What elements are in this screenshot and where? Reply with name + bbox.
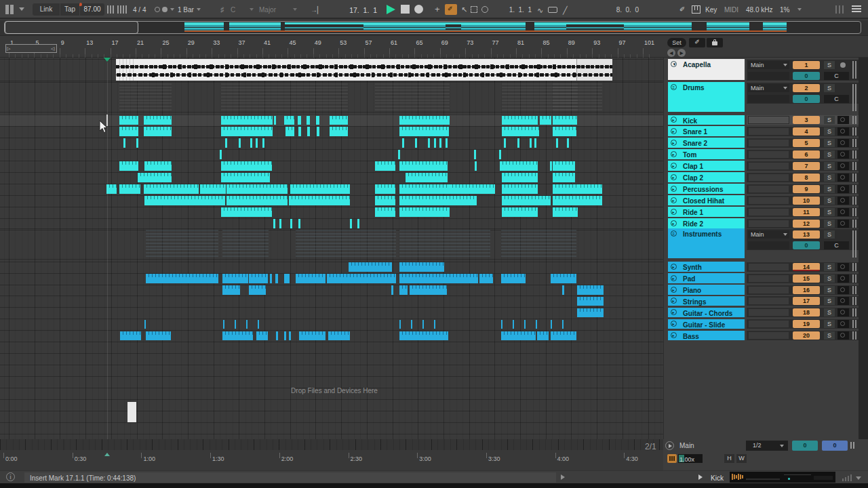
device-box[interactable] — [748, 297, 789, 305]
track-name-tom[interactable]: ▸Tom — [668, 149, 745, 159]
device-box[interactable] — [748, 308, 789, 317]
arrangement-area[interactable]: Drop Files and Devices Here — [0, 58, 663, 439]
clip-clap-1[interactable] — [399, 161, 448, 171]
clip-kick[interactable] — [298, 116, 301, 125]
clip-snare-1[interactable] — [298, 127, 301, 136]
device-box[interactable] — [748, 127, 789, 136]
clip-snare-2[interactable] — [556, 138, 558, 148]
clip-guitar-slide[interactable] — [399, 320, 401, 329]
input-box[interactable] — [748, 95, 789, 103]
layout-chevron-icon[interactable] — [19, 7, 24, 11]
freeze-button[interactable] — [837, 116, 849, 124]
clip-percussions[interactable] — [200, 184, 226, 194]
track-play-icon[interactable]: ▸ — [671, 140, 677, 146]
clip-ride-2[interactable] — [273, 219, 275, 228]
clip-kick[interactable] — [502, 116, 538, 125]
solo-button[interactable]: S — [824, 263, 835, 271]
track-number-box[interactable]: 10 — [793, 197, 820, 205]
clip-closed-hihat[interactable] — [144, 196, 225, 205]
track-number-box[interactable]: 17 — [793, 297, 820, 305]
tempo-field[interactable]: 87.00 — [80, 3, 104, 16]
clip-tom[interactable] — [220, 150, 222, 159]
clip-bass[interactable] — [120, 331, 141, 341]
key-root-field[interactable]: C — [231, 6, 235, 14]
clip-guitar-slide[interactable] — [501, 320, 502, 329]
metronome-bars-icon2[interactable] — [117, 5, 119, 14]
freeze-button[interactable] — [837, 174, 849, 182]
clip-bass[interactable] — [146, 331, 171, 341]
device-box[interactable] — [748, 150, 789, 159]
io-main-dropdown[interactable]: Main — [748, 230, 789, 239]
link-button[interactable]: Link — [33, 3, 60, 16]
clip-piano[interactable] — [249, 285, 266, 295]
clip-snare-2[interactable] — [225, 138, 227, 148]
track-name-clap-2[interactable]: ▸Clap 2 — [668, 172, 745, 182]
freeze-button[interactable] — [837, 320, 849, 328]
solo-button[interactable]: S — [824, 84, 835, 92]
time-ruler[interactable]: 0:000:301:001:302:002:303:003:304:004:30 — [0, 450, 663, 470]
crossfade-button[interactable]: C — [824, 95, 849, 103]
clip-snare-1[interactable] — [221, 127, 273, 136]
clip-snare-2[interactable] — [534, 138, 536, 148]
track-name-clap-1[interactable]: ▸Clap 1 — [668, 161, 745, 171]
clip-ride-1[interactable] — [553, 207, 578, 217]
clip-pad[interactable] — [146, 274, 218, 283]
clip-tom[interactable] — [474, 150, 476, 159]
track-play-icon[interactable]: ▸ — [671, 264, 677, 270]
arrangement-position-display[interactable]: 17. 1. 1 — [326, 6, 377, 14]
clip-guitar-slide[interactable] — [536, 320, 537, 329]
tap-tempo-button[interactable]: Tap — [60, 3, 79, 16]
follow-icon[interactable]: →▏ — [311, 6, 323, 14]
clip-snare-1[interactable] — [502, 127, 539, 136]
clip-snare-2[interactable] — [256, 138, 258, 148]
device-box[interactable] — [748, 286, 789, 294]
track-name-kick[interactable]: ▸Kick — [668, 115, 745, 125]
track-name-snare-2[interactable]: ▸Snare 2 — [668, 138, 745, 148]
freeze-button[interactable] — [837, 162, 849, 170]
key-root-chevron-icon[interactable] — [250, 8, 254, 11]
track-name-synth[interactable]: ▸Synth — [668, 262, 745, 272]
track-play-icon[interactable]: ▸ — [671, 332, 677, 338]
clip-snare-1[interactable] — [317, 127, 319, 136]
clip-ride-2[interactable] — [279, 219, 281, 228]
clip-guitar-slide[interactable] — [513, 320, 514, 329]
clip-closed-hihat[interactable] — [553, 196, 602, 205]
track-play-icon[interactable]: ▸ — [671, 220, 677, 226]
track-number-box[interactable]: 12 — [793, 220, 820, 228]
clip-percussions[interactable] — [399, 184, 450, 194]
info-icon[interactable]: i — [6, 472, 15, 481]
track-name-pad[interactable]: ▸Pad — [668, 273, 745, 283]
loop-brace[interactable]: ▷◁ — [5, 44, 57, 53]
metronome-chevron-icon[interactable] — [170, 8, 174, 11]
ruler-lock-button[interactable] — [707, 38, 723, 47]
clip-pad[interactable] — [501, 274, 526, 283]
clip-percussions[interactable] — [119, 184, 140, 194]
freeze-button[interactable] — [837, 331, 849, 340]
clip-strings[interactable] — [577, 297, 604, 306]
clip-piano[interactable] — [222, 285, 240, 295]
ruler-pencil-button[interactable]: ✐ — [689, 38, 705, 47]
scale-field[interactable]: Major — [259, 6, 276, 14]
clip-percussions[interactable] — [290, 184, 350, 194]
clip-pad[interactable] — [270, 274, 272, 283]
track-name-ride-2[interactable]: ▸Ride 2 — [668, 218, 745, 228]
clip-kick[interactable] — [553, 116, 577, 125]
clip-snare-2[interactable] — [567, 138, 569, 148]
track-number-box[interactable]: 19 — [793, 320, 820, 328]
playback-speed-box[interactable]: 1.00x — [678, 454, 703, 463]
freeze-button[interactable] — [837, 197, 849, 205]
add-track-icon[interactable]: + — [435, 4, 440, 14]
key-signature-icon[interactable]: ♯ — [220, 5, 224, 14]
track-name-guitar-slide[interactable]: ▸Guitar - Slide — [668, 319, 745, 329]
clip-bass[interactable] — [537, 331, 549, 341]
sub-zero-box[interactable]: 0 — [793, 241, 820, 249]
clip-piano[interactable] — [399, 285, 408, 295]
track-play-icon[interactable]: ▸ — [671, 151, 677, 157]
menu-icon[interactable] — [852, 8, 861, 9]
clip-snare-2[interactable] — [434, 138, 436, 148]
track-number-box[interactable]: 11 — [793, 208, 820, 216]
solo-button[interactable]: S — [824, 150, 835, 159]
menu-icon[interactable] — [852, 5, 861, 7]
track-play-icon[interactable]: ▸ — [671, 321, 677, 327]
track-number-box[interactable]: 4 — [793, 127, 820, 136]
